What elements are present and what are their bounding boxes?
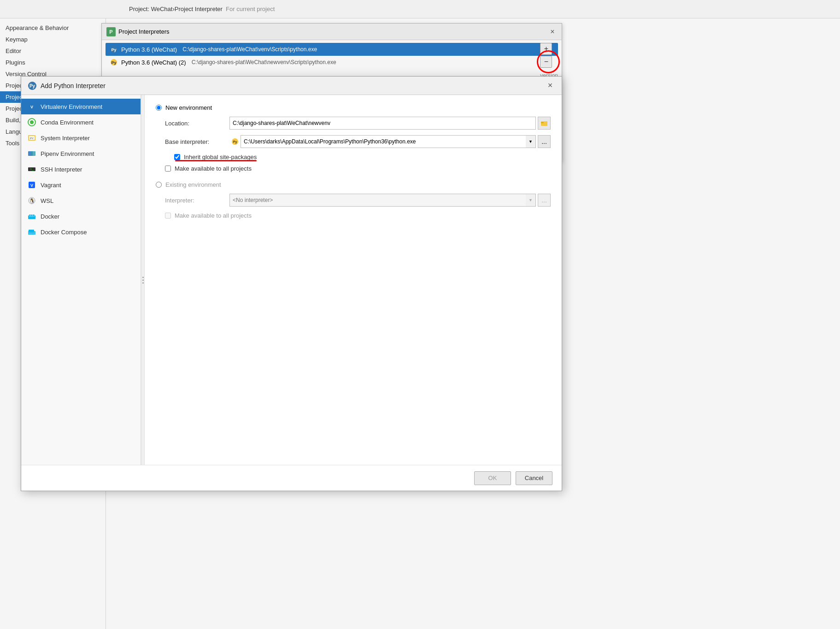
base-interpreter-label: Base interpreter: [165, 138, 229, 145]
py-interpreter-icon: Py [231, 138, 239, 145]
base-interpreter-ellipsis-button[interactable]: ... [538, 135, 551, 148]
svg-rect-22 [29, 214, 31, 216]
existing-environment-radio[interactable] [156, 182, 162, 188]
interp-type-pipenv[interactable]: Pipenv Environment [21, 146, 141, 161]
sidebar-item-keymap[interactable]: Keymap [0, 34, 106, 45]
inherit-packages-label: Inherit global site-packages [184, 154, 257, 160]
svg-rect-27 [541, 121, 547, 126]
svg-point-9 [30, 120, 34, 124]
location-browse-button[interactable] [538, 117, 551, 130]
pipenv-icon [28, 149, 36, 158]
pi-close-button[interactable]: × [548, 27, 557, 36]
drag-handle[interactable] [141, 95, 145, 465]
base-interpreter-input-group: Py ▼ ... [229, 135, 551, 148]
base-interpreter-select-wrapper: Py ▼ [229, 135, 536, 148]
docker-compose-icon [28, 228, 36, 236]
svg-rect-14 [31, 151, 35, 156]
virtualenv-icon: V [28, 102, 36, 111]
make-available-checkbox-new[interactable] [165, 166, 171, 172]
pi-title-text: Project Interpreters [118, 28, 170, 35]
annotation-red-underline [175, 160, 257, 161]
sidebar-item-label: Editor [6, 47, 21, 54]
svg-text:Py: Py [111, 47, 116, 52]
interp-type-docker[interactable]: Docker [21, 208, 141, 224]
sidebar-item-label: Plugins [6, 59, 25, 66]
interp-type-wsl[interactable]: 🐧 WSL [21, 193, 141, 208]
svg-text:>_: >_ [30, 167, 34, 171]
sidebar-item-label: Appearance & Behavior [6, 24, 69, 31]
interp-type-conda[interactable]: Conda Environment [21, 114, 141, 130]
python-dialog-icon: Py [28, 81, 37, 90]
svg-text:Py: Py [29, 83, 35, 89]
make-available-row-existing[interactable]: Make available to all projects [156, 212, 551, 219]
interpreter-row: Interpreter: ▼ ... [156, 194, 551, 207]
interp-type-docker-compose[interactable]: Docker Compose [21, 224, 141, 240]
pi-interpreter-item-1[interactable]: Py Python 3.6 (WeChat) C:\django-shares-… [106, 43, 558, 56]
ok-button[interactable]: OK [474, 471, 511, 485]
existing-environment-label-text: Existing environment [165, 181, 221, 188]
interp-type-virtualenv[interactable]: V Virtualenv Environment [21, 99, 141, 114]
sidebar-item-label: Keymap [6, 36, 28, 43]
interpreter-ellipsis-button[interactable]: ... [538, 194, 551, 207]
sidebar-item-appearance[interactable]: Appearance & Behavior [0, 22, 106, 34]
pi-interpreter-item-2[interactable]: Py Python 3.6 (WeChat) (2) C:\django-sha… [106, 56, 558, 69]
interp-type-vagrant[interactable]: V Vagrant [21, 177, 141, 193]
breadcrumb-page: Project Interpreter [175, 6, 223, 12]
inherit-packages-checkbox[interactable] [174, 154, 180, 160]
make-available-row-new[interactable]: Make available to all projects [156, 165, 551, 172]
svg-rect-26 [29, 230, 34, 232]
location-row: Location: [156, 117, 551, 130]
vagrant-label: Vagrant [41, 182, 61, 189]
new-environment-label-text: New environment [165, 104, 212, 111]
pi-remove-button[interactable]: − [540, 56, 552, 68]
ide-breadcrumb: Project: WeChat › Project Interpreter Fo… [0, 0, 840, 18]
drag-dots [142, 277, 144, 284]
interp-type-system[interactable]: PY System Interpreter [21, 130, 141, 146]
interpreter-label-2: Python 3.6 (WeChat) (2) [121, 59, 186, 66]
existing-environment-radio-label[interactable]: Existing environment [156, 181, 551, 188]
wsl-label: WSL [41, 197, 53, 204]
breadcrumb-project: Project: WeChat [129, 6, 172, 12]
inherit-packages-row[interactable]: Inherit global site-packages [165, 154, 257, 160]
sidebar-item-label: Tools [6, 140, 19, 147]
new-environment-radio-label[interactable]: New environment [156, 104, 551, 111]
make-available-label-existing: Make available to all projects [175, 212, 252, 219]
conda-icon [28, 118, 36, 126]
new-environment-section: New environment Location: [156, 104, 551, 172]
pipenv-label: Pipenv Environment [41, 150, 94, 157]
dialog-footer: OK Cancel [21, 465, 562, 491]
svg-text:V: V [30, 183, 33, 188]
wsl-icon: 🐧 [28, 196, 36, 205]
cancel-button[interactable]: Cancel [516, 471, 552, 485]
svg-rect-28 [541, 122, 544, 123]
interpreter-dropdown-arrow[interactable]: ▼ [526, 194, 536, 207]
pi-title-left: P Project Interpreters [106, 27, 170, 36]
ssh-icon: >_ [28, 165, 36, 173]
svg-text:V: V [30, 105, 33, 109]
dialog-title-bar: Py Add Python Interpreter × [21, 77, 562, 95]
docker-label: Docker [41, 213, 59, 220]
base-interpreter-row: Base interpreter: Py ▼ ... [156, 135, 551, 148]
interpreter-select-input[interactable] [229, 194, 526, 207]
svg-text:🐧: 🐧 [29, 198, 35, 204]
sidebar-item-plugins[interactable]: Plugins [0, 57, 106, 68]
make-available-checkbox-existing[interactable] [165, 213, 171, 219]
base-interpreter-input[interactable] [241, 135, 526, 148]
interpreter-config-area: New environment Location: [145, 95, 562, 465]
interpreter-path-1: C:\django-shares-plat\WeChat\venv\Script… [182, 46, 317, 53]
interpreter-select-wrapper: ▼ [229, 194, 536, 207]
dialog-close-button[interactable]: × [545, 81, 555, 91]
pi-add-button[interactable]: + [540, 43, 552, 55]
base-interpreter-dropdown-arrow[interactable]: ▼ [526, 135, 536, 148]
new-environment-radio[interactable] [156, 105, 162, 111]
location-input[interactable] [229, 117, 536, 130]
ssh-label: SSH Interpreter [41, 166, 82, 173]
sidebar-item-editor[interactable]: Editor [0, 45, 106, 57]
pi-actions: + − version [540, 43, 558, 79]
pi-icon: P [106, 27, 116, 36]
interp-type-ssh[interactable]: >_ SSH Interpreter [21, 161, 141, 177]
make-available-label-new: Make available to all projects [175, 165, 252, 172]
svg-text:PY: PY [30, 137, 34, 140]
system-icon: PY [28, 134, 36, 142]
interpreter-label: Interpreter: [165, 197, 229, 204]
